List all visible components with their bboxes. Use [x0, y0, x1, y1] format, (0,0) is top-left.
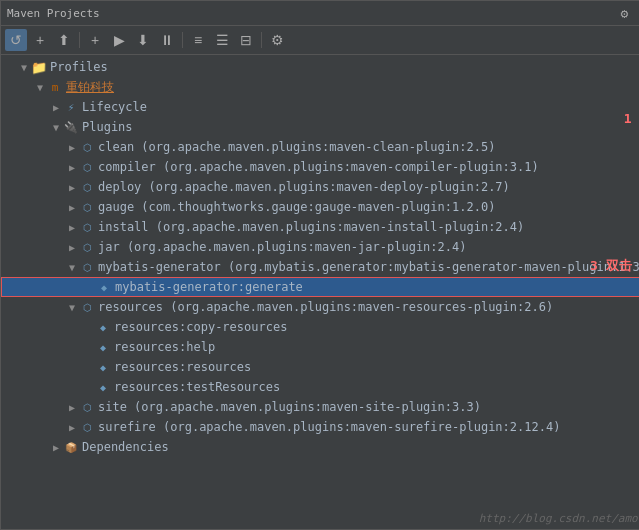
toggle2-button[interactable]: ☰: [211, 29, 233, 51]
node-label-install: install (org.apache.maven.plugins:maven-…: [98, 220, 524, 234]
up-button[interactable]: ⬆: [53, 29, 75, 51]
tree-node-jar[interactable]: ⬡ jar (org.apache.maven.plugins:maven-ja…: [1, 237, 639, 257]
arrow-deploy: [65, 182, 79, 193]
tree-node-mybatis-generator[interactable]: ⬡ mybatis-generator (org.mybatis.generat…: [1, 257, 639, 277]
plugins-icon: 🔌: [63, 119, 79, 135]
node-label-surefire: surefire (org.apache.maven.plugins:maven…: [98, 420, 560, 434]
arrow-surefire: [65, 422, 79, 433]
node-label-compiler: compiler (org.apache.maven.plugins:maven…: [98, 160, 539, 174]
plugin-icon-resources: ⬡: [79, 299, 95, 315]
arrow-project: [33, 82, 47, 93]
arrow-site: [65, 402, 79, 413]
arrow-plugins: [49, 122, 63, 133]
download-button[interactable]: ⬇: [132, 29, 154, 51]
tree-node-surefire[interactable]: ⬡ surefire (org.apache.maven.plugins:mav…: [1, 417, 639, 437]
arrow-deps: [49, 442, 63, 453]
node-label-site: site (org.apache.maven.plugins:maven-sit…: [98, 400, 481, 414]
title-bar: Maven Projects ⚙ −: [1, 1, 639, 26]
arrow-lifecycle: [49, 102, 63, 113]
node-label-gauge: gauge (com.thoughtworks.gauge:gauge-mave…: [98, 200, 495, 214]
title-actions: ⚙ −: [616, 4, 639, 22]
plugin-icon-mybatis: ⬡: [79, 259, 95, 275]
node-label-deploy: deploy (org.apache.maven.plugins:maven-d…: [98, 180, 510, 194]
node-label-generate: mybatis-generator:generate: [115, 280, 303, 294]
tree-node-profiles[interactable]: 📁 Profiles: [1, 57, 639, 77]
separator-2: [182, 32, 183, 48]
plugin-icon-site: ⬡: [79, 399, 95, 415]
dep-icon: 📦: [63, 439, 79, 455]
plugin-icon-compiler: ⬡: [79, 159, 95, 175]
node-label-plugins: Plugins: [82, 120, 133, 134]
plugin-icon-surefire: ⬡: [79, 419, 95, 435]
node-label-jar: jar (org.apache.maven.plugins:maven-jar-…: [98, 240, 466, 254]
node-label-resources-help: resources:help: [114, 340, 215, 354]
goal-icon-help: ◆: [95, 339, 111, 355]
goal-icon-copy: ◆: [95, 319, 111, 335]
tree-node-dependencies[interactable]: 📦 Dependencies: [1, 437, 639, 457]
settings2-button[interactable]: ⚙: [266, 29, 288, 51]
plugin-icon-deploy: ⬡: [79, 179, 95, 195]
plugin-icon-gauge: ⬡: [79, 199, 95, 215]
node-label-resources-copy: resources:copy-resources: [114, 320, 287, 334]
arrow-install: [65, 222, 79, 233]
separator-1: [79, 32, 80, 48]
node-label-lifecycle: Lifecycle: [82, 100, 147, 114]
node-label-clean: clean (org.apache.maven.plugins:maven-cl…: [98, 140, 495, 154]
node-label-project: 重铂科技: [66, 79, 114, 96]
tree-node-deploy[interactable]: ⬡ deploy (org.apache.maven.plugins:maven…: [1, 177, 639, 197]
arrow-mybatis-generator: [65, 262, 79, 273]
tree-node-resources-resources[interactable]: ◆ resources:resources: [1, 357, 639, 377]
toolbar: ↺ + ⬆ + ▶ ⬇ ⏸ ≡ ☰ ⊟ ⚙: [1, 26, 639, 55]
tree-node-lifecycle[interactable]: ⚡ Lifecycle: [1, 97, 639, 117]
tree-node-plugins[interactable]: 🔌 Plugins: [1, 117, 639, 137]
collapse-button[interactable]: ⊟: [235, 29, 257, 51]
tree-node-project[interactable]: m 重铂科技: [1, 77, 639, 97]
arrow-clean: [65, 142, 79, 153]
tree-node-resources-test[interactable]: ◆ resources:testResources: [1, 377, 639, 397]
window-title: Maven Projects: [7, 7, 100, 20]
node-label-mybatis-generator: mybatis-generator (org.mybatis.generator…: [98, 260, 639, 274]
tree-node-compiler[interactable]: ⬡ compiler (org.apache.maven.plugins:mav…: [1, 157, 639, 177]
tree-node-resources-copy[interactable]: ◆ resources:copy-resources: [1, 317, 639, 337]
node-label-resources-test: resources:testResources: [114, 380, 280, 394]
tree-node-site[interactable]: ⬡ site (org.apache.maven.plugins:maven-s…: [1, 397, 639, 417]
tree-node-gauge[interactable]: ⬡ gauge (com.thoughtworks.gauge:gauge-ma…: [1, 197, 639, 217]
plugin-icon-clean: ⬡: [79, 139, 95, 155]
skip-button[interactable]: ⏸: [156, 29, 178, 51]
watermark: http://blog.csdn.net/amoscn: [479, 512, 639, 525]
tree-node-resources[interactable]: ⬡ resources (org.apache.maven.plugins:ma…: [1, 297, 639, 317]
goal-icon-testresources: ◆: [95, 379, 111, 395]
arrow-gauge: [65, 202, 79, 213]
toggle1-button[interactable]: ≡: [187, 29, 209, 51]
node-label-dependencies: Dependencies: [82, 440, 169, 454]
node-label-resources: resources (org.apache.maven.plugins:mave…: [98, 300, 553, 314]
create-button[interactable]: +: [84, 29, 106, 51]
tree-node-mybatis-generate[interactable]: ◆ mybatis-generator:generate: [1, 277, 639, 297]
maven-icon-project: m: [47, 79, 63, 95]
node-label-profiles: Profiles: [50, 60, 108, 74]
settings-icon[interactable]: ⚙: [616, 4, 634, 22]
maven-projects-panel: Maven Projects ⚙ − ↺ + ⬆ + ▶ ⬇ ⏸ ≡ ☰ ⊟ ⚙…: [0, 0, 639, 530]
plugin-icon-install: ⬡: [79, 219, 95, 235]
lifecycle-icon: ⚡: [63, 99, 79, 115]
plugin-icon-jar: ⬡: [79, 239, 95, 255]
arrow-profiles: [17, 62, 31, 73]
refresh-button[interactable]: ↺: [5, 29, 27, 51]
goal-icon-resources: ◆: [95, 359, 111, 375]
tree-node-resources-help[interactable]: ◆ resources:help: [1, 337, 639, 357]
arrow-resources: [65, 302, 79, 313]
folder-icon-profiles: 📁: [31, 59, 47, 75]
arrow-compiler: [65, 162, 79, 173]
goal-icon-generate: ◆: [96, 279, 112, 295]
separator-3: [261, 32, 262, 48]
tree-node-install[interactable]: ⬡ install (org.apache.maven.plugins:mave…: [1, 217, 639, 237]
node-label-resources-resources: resources:resources: [114, 360, 251, 374]
project-tree[interactable]: 📁 Profiles m 重铂科技 ⚡ Lifecycle 🔌: [1, 55, 639, 529]
arrow-jar: [65, 242, 79, 253]
run-button[interactable]: ▶: [108, 29, 130, 51]
tree-node-clean[interactable]: ⬡ clean (org.apache.maven.plugins:maven-…: [1, 137, 639, 157]
add-button[interactable]: +: [29, 29, 51, 51]
